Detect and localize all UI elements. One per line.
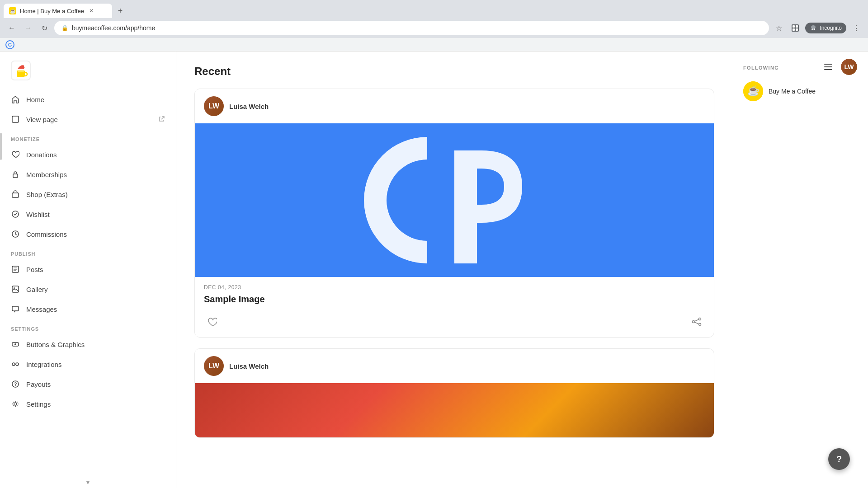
sidebar-item-commissions[interactable]: Commissions [0,224,176,244]
svg-rect-17 [13,174,18,178]
sidebar-item-wishlist[interactable]: Wishlist [0,204,176,224]
publish-section-label: PUBLISH [0,244,176,259]
sidebar-item-buttons-graphics[interactable]: Buttons & Graphics [0,334,176,354]
post-author-avatar-2: LW [204,356,224,376]
donations-label: Donations [26,151,57,159]
posts-label: Posts [26,266,43,273]
svg-point-9 [814,28,815,30]
svg-point-7 [811,25,816,29]
post-meta-1: DEC 04, 2023 Sample Image [195,277,714,308]
help-icon: ? [836,454,842,465]
main-content: Recent LW Luisa Welch DEC 04, 2023 [176,52,732,488]
payouts-label: Payouts [26,380,51,388]
svg-point-13 [24,65,27,67]
shop-label: Shop (Extras) [26,191,68,198]
sidebar-item-gallery[interactable]: Gallery [0,279,176,299]
svg-point-30 [14,403,17,405]
refresh-button[interactable]: ↻ [38,22,51,34]
header-menu-button[interactable] [821,60,835,74]
sidebar-scroll-down[interactable]: ▼ [0,477,176,488]
new-tab-button[interactable]: + [114,5,127,17]
header-avatar[interactable]: LW [841,59,857,75]
post-card-1: LW Luisa Welch DEC 04, 2023 Sample Image [194,89,714,338]
settings-label: Settings [26,400,51,408]
svg-rect-22 [12,286,19,292]
incognito-badge: Incognito [805,23,846,33]
view-page-icon [11,115,20,124]
svg-point-23 [14,287,15,289]
svg-rect-3 [793,25,795,28]
tab-favicon: ☕ [9,7,16,14]
browser-tab[interactable]: ☕ Home | Buy Me a Coffee ✕ [4,4,112,18]
svg-point-26 [14,343,16,345]
svg-point-8 [811,28,813,30]
sidebar-scrollbar [0,133,2,160]
recent-title: Recent [194,65,714,78]
svg-point-29 [12,381,19,387]
sidebar-item-posts[interactable]: Posts [0,259,176,279]
svg-point-34 [699,324,701,326]
svg-point-33 [693,321,695,323]
sidebar-item-messages[interactable]: Messages [0,299,176,319]
app-header: LW [810,52,868,82]
svg-rect-15 [18,71,24,72]
incognito-label: Incognito [820,25,842,31]
share-button-1[interactable] [689,314,705,330]
settings-icon [11,399,20,408]
home-label: Home [26,96,44,103]
back-button[interactable]: ← [5,22,18,34]
payouts-icon [11,380,20,389]
memberships-icon [11,170,20,179]
address-bar[interactable]: 🔒 buymeacoffee.com/app/home [54,21,769,35]
tab-title: Home | Buy Me a Coffee [20,8,84,14]
buttons-graphics-icon [11,340,20,349]
header-avatar-image: LW [841,59,857,75]
sidebar-item-home[interactable]: Home [0,89,176,109]
svg-text:☕: ☕ [10,8,16,14]
more-options-button[interactable]: ⋮ [850,22,863,34]
commissions-icon [11,230,20,239]
like-button-1[interactable] [204,314,220,330]
heart-icon [207,317,217,327]
hamburger-icon [823,62,833,72]
sidebar-item-donations[interactable]: Donations [0,145,176,164]
post-card-header-2: LW Luisa Welch [195,349,714,383]
post-image-svg-1 [195,123,714,277]
sidebar-item-shop[interactable]: Shop (Extras) [0,184,176,204]
profile-switcher-icon [791,23,800,33]
sidebar-item-payouts[interactable]: Payouts [0,374,176,394]
settings-section-label: SETTINGS [0,319,176,334]
svg-point-28 [16,363,19,366]
sidebar-item-integrations[interactable]: Integrations [0,354,176,374]
post-author-name-1: Luisa Welch [229,103,269,110]
post-author-avatar-1: LW [204,96,224,116]
google-icon: G [5,40,14,49]
messages-label: Messages [26,305,57,313]
tab-close-button[interactable]: ✕ [88,7,95,14]
svg-text:☕: ☕ [747,84,760,97]
sidebar-logo [0,52,176,89]
svg-rect-5 [793,28,795,31]
gallery-label: Gallery [26,286,48,293]
lock-icon: 🔒 [61,25,68,31]
memberships-label: Memberships [26,171,67,178]
help-button[interactable]: ? [828,448,850,470]
sidebar-item-memberships[interactable]: Memberships [0,164,176,184]
svg-rect-24 [12,306,19,311]
post-image-preview-2 [195,383,714,437]
sidebar-item-view-page[interactable]: View page [0,109,176,129]
app-container: Home View page MONETIZE Don [0,52,868,488]
wishlist-icon [11,210,20,219]
gallery-icon [11,285,20,294]
svg-point-27 [12,363,15,366]
svg-text:G: G [8,42,12,47]
svg-point-32 [699,318,701,320]
sidebar-item-settings[interactable]: Settings [0,394,176,414]
forward-button[interactable]: → [22,22,34,34]
post-author-name-2: Luisa Welch [229,362,269,370]
profile-switcher-button[interactable] [789,22,802,34]
post-card-header-1: LW Luisa Welch [195,89,714,123]
svg-rect-18 [12,193,19,197]
logo-icon [11,61,31,80]
bookmark-button[interactable]: ☆ [773,22,785,34]
